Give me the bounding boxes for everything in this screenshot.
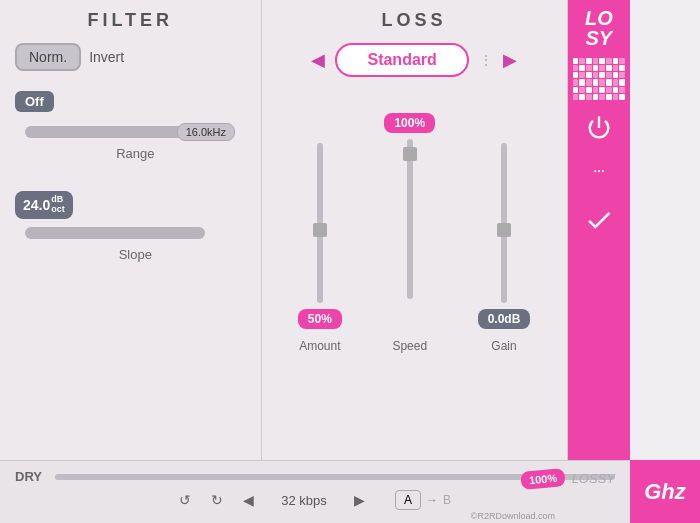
range-value-badge: 16.0kHz — [177, 123, 235, 141]
speed-label: Speed — [392, 339, 427, 353]
slope-area: 24.0 dB oct Slope — [15, 191, 246, 262]
preset-selector: ◀ Standard ⋮ ▶ — [277, 43, 552, 77]
gain-slider-col: 0.0dB Gain — [478, 97, 531, 353]
undo-button[interactable]: ↺ — [179, 492, 191, 508]
wet-value-badge: 100% — [520, 468, 566, 490]
amount-slider-col: 50% Amount — [298, 97, 342, 353]
panels-area: FILTER Norm. Invert Off 16.0kHz Range 24… — [0, 0, 630, 460]
dry-row: DRY 100% LOSSY — [0, 461, 630, 484]
bottom-bar: DRY 100% LOSSY ↺ ↻ ◀ 32 kbps ▶ A → B ©R2… — [0, 460, 630, 523]
b-label: B — [443, 493, 451, 507]
play-forward-button[interactable]: ▶ — [354, 492, 365, 508]
app-logo: LO SY — [585, 8, 613, 48]
dry-label: DRY — [15, 469, 45, 484]
pixel-grid-decoration — [573, 58, 625, 100]
ghz-label: Ghz — [644, 479, 686, 505]
amount-slider-track[interactable] — [317, 143, 323, 303]
filter-off-badge: Off — [15, 91, 54, 112]
svg-point-2 — [602, 170, 604, 172]
confirm-button[interactable] — [581, 202, 617, 238]
preset-next-button[interactable]: ▶ — [503, 49, 517, 71]
loss-title: LOSS — [277, 10, 552, 31]
filter-panel: FILTER Norm. Invert Off 16.0kHz Range 24… — [0, 0, 262, 460]
norm-button[interactable]: Norm. — [15, 43, 81, 71]
preset-name: Standard — [335, 43, 468, 77]
filter-title: FILTER — [15, 10, 246, 31]
bottom-right-panel: Ghz — [630, 460, 700, 523]
a-button[interactable]: A — [395, 490, 421, 510]
speed-value-badge: 100% — [384, 113, 435, 133]
gain-slider-track[interactable] — [501, 143, 507, 303]
slope-value-num: 24.0 — [23, 197, 50, 213]
filter-range-area: Off 16.0kHz Range — [15, 91, 246, 161]
gain-label: Gain — [491, 339, 516, 353]
speed-slider-track[interactable] — [407, 139, 413, 299]
preset-menu-button[interactable]: ⋮ — [479, 52, 493, 68]
slope-unit2: oct — [51, 205, 65, 215]
dry-slider-track[interactable]: 100% LOSSY — [55, 474, 615, 480]
ab-arrow: → — [426, 493, 438, 507]
svg-point-0 — [594, 170, 596, 172]
copyright-text: ©R2RDownload.com — [471, 511, 555, 521]
amount-value-badge: 50% — [298, 309, 342, 329]
speed-slider-thumb[interactable] — [403, 147, 417, 161]
filter-mode-buttons: Norm. Invert — [15, 43, 246, 71]
amount-label: Amount — [299, 339, 340, 353]
svg-point-1 — [598, 170, 600, 172]
menu-dots-button[interactable] — [581, 156, 617, 192]
range-label: Range — [25, 146, 246, 161]
range-slider-track[interactable]: 16.0kHz — [25, 126, 225, 138]
gain-slider-thumb[interactable] — [497, 223, 511, 237]
power-button[interactable] — [581, 110, 617, 146]
loss-sliders-row: 50% Amount 100% Speed — [277, 97, 552, 353]
logo-line2: SY — [585, 28, 613, 48]
right-panel: LO SY — [568, 0, 630, 460]
bitrate-display: 32 kbps — [274, 493, 334, 508]
gain-value-badge: 0.0dB — [478, 309, 531, 329]
loss-panel: LOSS ◀ Standard ⋮ ▶ 50% — [262, 0, 568, 460]
slope-badge: 24.0 dB oct — [15, 191, 73, 219]
slope-slider-track[interactable] — [25, 227, 205, 239]
redo-button[interactable]: ↻ — [211, 492, 223, 508]
amount-slider-thumb[interactable] — [313, 223, 327, 237]
logo-line1: LO — [585, 8, 613, 28]
wet-text: LOSSY — [572, 471, 615, 486]
invert-button[interactable]: Invert — [89, 49, 124, 65]
app-layout: FILTER Norm. Invert Off 16.0kHz Range 24… — [0, 0, 700, 523]
speed-slider-col: 100% Speed — [384, 113, 435, 353]
slope-label: Slope — [25, 247, 246, 262]
ab-section: A → B — [395, 490, 451, 510]
preset-prev-button[interactable]: ◀ — [311, 49, 325, 71]
play-back-button[interactable]: ◀ — [243, 492, 254, 508]
